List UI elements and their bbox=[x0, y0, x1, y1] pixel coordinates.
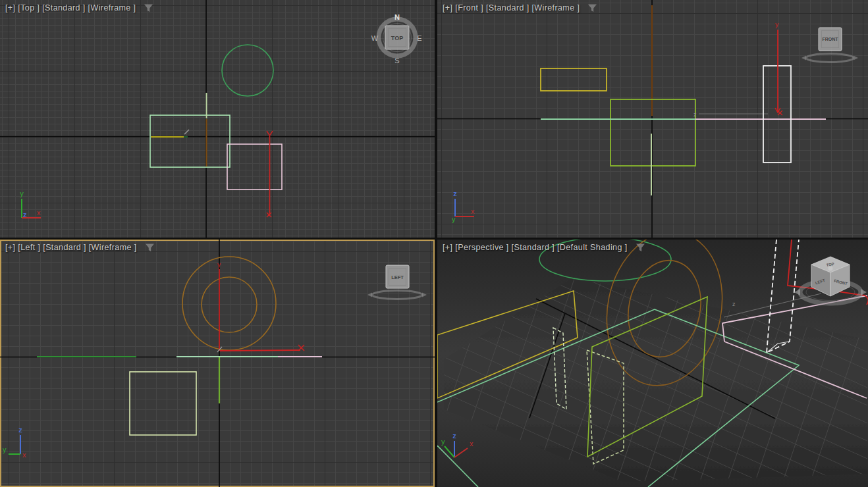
viewcube-ring[interactable] bbox=[372, 291, 422, 299]
world-axis-black-y bbox=[529, 313, 565, 418]
circle-spline-brown-outer[interactable] bbox=[593, 240, 736, 396]
viewcube-face-label[interactable]: FRONT bbox=[822, 37, 838, 41]
circle-spline-green[interactable] bbox=[222, 45, 273, 96]
viewcube-ring-arrow-left bbox=[801, 56, 806, 61]
viewport-front[interactable]: zyFRONTzxy [+] [Front ] [Standard ] [Wir… bbox=[437, 0, 868, 238]
viewcube-ring-arrow-left bbox=[794, 289, 800, 295]
viewcube-ring-arrow-right bbox=[854, 56, 858, 61]
tripod-z-label: z bbox=[23, 211, 27, 218]
tripod-z-label: z bbox=[18, 426, 22, 434]
grid-line bbox=[532, 240, 615, 487]
box-spline-white[interactable] bbox=[767, 240, 799, 353]
grid-line bbox=[437, 425, 867, 487]
grid-line bbox=[437, 240, 867, 405]
quad-spline-yellow[interactable] bbox=[437, 291, 578, 398]
grid-line bbox=[437, 283, 867, 476]
grid-line bbox=[670, 240, 753, 487]
viewcube-ring[interactable] bbox=[806, 54, 854, 63]
helper-x-glyph-red bbox=[298, 345, 304, 351]
tripod-y-label: y bbox=[452, 215, 456, 223]
filter-icon[interactable] bbox=[145, 244, 155, 252]
helper-x-glyph-red bbox=[778, 111, 782, 115]
helper-y-label-red: y bbox=[217, 261, 221, 269]
viewport-front-scene: zyFRONTzxy bbox=[437, 0, 868, 238]
viewport-top-label-bar: [+] [Top ] [Standard ] [Wireframe ] bbox=[5, 3, 153, 13]
viewport-perspective-label-bar: [+] [Perspective ] [Standard ] [Default … bbox=[443, 243, 645, 252]
circle-spline-brown-inner[interactable] bbox=[202, 277, 257, 332]
viewport-label[interactable]: [+] [Left ] [Standard ] [Wireframe ] bbox=[5, 243, 137, 252]
helper-tick-gray bbox=[184, 130, 189, 134]
viewcube-ring-arrow-right bbox=[861, 289, 867, 295]
tripod-z-label: z bbox=[453, 190, 457, 197]
viewport-label[interactable]: [+] [Top ] [Standard ] [Wireframe ] bbox=[5, 3, 136, 13]
tripod-x-label: x bbox=[471, 207, 475, 215]
grid-line bbox=[615, 240, 698, 487]
world-axis-black-x bbox=[536, 299, 775, 419]
filter-icon[interactable] bbox=[144, 4, 153, 13]
viewcube-ring-arrow-left bbox=[367, 293, 372, 297]
ground-rect-spline-mint-edge[interactable] bbox=[437, 446, 478, 487]
viewport-left-scene: yLEFTzyx bbox=[0, 240, 435, 487]
viewcube-face-label[interactable]: LEFT bbox=[391, 274, 404, 280]
rect-spline-pink[interactable] bbox=[227, 144, 282, 190]
compass-north-label[interactable]: N bbox=[394, 13, 400, 21]
grid-line bbox=[437, 240, 867, 423]
helper-x-glyph-red bbox=[267, 213, 271, 217]
compass-south-label[interactable]: S bbox=[394, 57, 399, 64]
perspective-grid bbox=[437, 240, 868, 487]
filter-icon[interactable] bbox=[587, 4, 597, 13]
viewcube-top-dot bbox=[828, 267, 833, 271]
tripod-y-label: y bbox=[441, 438, 445, 446]
viewport-perspective[interactable]: zTOPLEFTFRONTzyx [+] [Perspective ] [Sta… bbox=[437, 240, 868, 487]
rect-spline-olive[interactable] bbox=[610, 99, 695, 166]
viewport-label[interactable]: [+] [Perspective ] [Standard ] [Default … bbox=[443, 243, 628, 252]
viewport-top-scene: NESWTOPyxz bbox=[0, 0, 435, 238]
compass-west-label[interactable]: W bbox=[371, 34, 379, 42]
rect-spline-yellow[interactable] bbox=[541, 68, 607, 91]
filter-icon[interactable] bbox=[636, 244, 645, 252]
tripod-x-label: x bbox=[470, 440, 474, 448]
tripod-y-label: y bbox=[3, 446, 7, 453]
viewport-top[interactable]: NESWTOPyxz [+] [Top ] [Standard ] [Wiref… bbox=[0, 0, 435, 238]
tripod-x-label: x bbox=[37, 209, 41, 217]
rect-spline-mint[interactable] bbox=[150, 115, 230, 167]
circle-spline-brown-outer[interactable] bbox=[182, 257, 276, 350]
tripod-y-axis bbox=[445, 446, 454, 457]
grid-line bbox=[437, 240, 867, 370]
viewport-layout-2x2: { "window": {"width": 1318, "height": 74… bbox=[0, 0, 868, 487]
helper-line-red-horizontal[interactable] bbox=[220, 350, 300, 351]
rect-spline-paleyellow[interactable] bbox=[130, 372, 196, 435]
helper-arrow-red bbox=[267, 131, 273, 136]
viewport-perspective-scene: zTOPLEFTFRONTzyx bbox=[437, 240, 868, 487]
helper-y-label-red: y bbox=[775, 21, 778, 28]
viewcube-ring-arrow-right bbox=[422, 293, 427, 297]
grid-line bbox=[726, 240, 809, 487]
compass-east-label[interactable]: E bbox=[417, 34, 421, 42]
tripod-z-label: z bbox=[452, 432, 456, 440]
tripod-x-label: x bbox=[22, 451, 26, 459]
viewport-left-label-bar: [+] [Left ] [Standard ] [Wireframe ] bbox=[5, 243, 155, 252]
grid-line bbox=[449, 240, 532, 487]
tripod-y-label: y bbox=[20, 190, 24, 197]
rect-spline-pink-near-edge[interactable] bbox=[724, 342, 867, 398]
helper-z-label-gray: z bbox=[693, 111, 697, 118]
viewport-front-label-bar: [+] [Front ] [Standard ] [Wireframe ] bbox=[443, 3, 597, 13]
helper-z-label-gray: z bbox=[732, 301, 736, 307]
viewport-label[interactable]: [+] [Front ] [Standard ] [Wireframe ] bbox=[443, 3, 580, 13]
grid-line bbox=[437, 390, 867, 487]
viewcube-face-label[interactable]: TOP bbox=[391, 35, 403, 41]
tripod-x-axis bbox=[454, 448, 468, 457]
helper-line-red-hook bbox=[865, 295, 868, 305]
grid-line bbox=[437, 319, 867, 487]
viewport-left[interactable]: yLEFTzyx [+] [Left ] [Standard ] [Wirefr… bbox=[0, 240, 435, 487]
